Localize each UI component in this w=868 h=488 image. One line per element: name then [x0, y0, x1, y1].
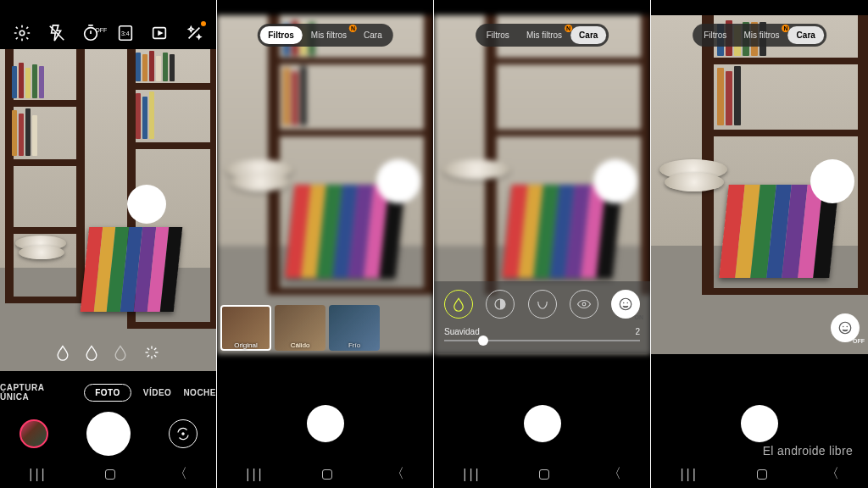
- drop-outline-icon[interactable]: [112, 344, 129, 361]
- svg-marker-13: [159, 31, 162, 35]
- shutter-button[interactable]: [86, 412, 131, 456]
- tab-mis-filtros[interactable]: Mis filtrosN: [518, 26, 570, 44]
- svg-line-3: [153, 355, 155, 357]
- svg-point-16: [582, 302, 586, 306]
- shutter-row: [434, 405, 650, 442]
- focus-indicator: [127, 185, 166, 224]
- slider-knob[interactable]: [478, 336, 488, 346]
- svg-point-19: [627, 302, 629, 304]
- camera-mode-strip[interactable]: CAPTURA ÚNICA FOTO VÍDEO NOCHE: [0, 383, 216, 402]
- camera-screen-face-adjust: Filtros Mis filtrosN Cara ON Suavidad 2: [434, 0, 651, 488]
- android-nav-bar: ||| 〈: [651, 465, 868, 483]
- nav-back[interactable]: 〈: [826, 465, 839, 483]
- drop-icon[interactable]: [83, 344, 100, 361]
- viewfinder: [0, 49, 216, 371]
- smoothness-icon[interactable]: [444, 290, 473, 319]
- filters-icon[interactable]: [141, 344, 163, 361]
- mode-single-take[interactable]: CAPTURA ÚNICA: [0, 383, 72, 402]
- nav-recents[interactable]: |||: [29, 467, 47, 482]
- tab-filtros[interactable]: Filtros: [478, 26, 518, 44]
- android-nav-bar: ||| 〈: [217, 465, 433, 483]
- android-nav-bar: ||| 〈: [434, 465, 650, 483]
- tab-cara[interactable]: Cara: [788, 26, 824, 44]
- filter-thumb-frio[interactable]: Frío: [329, 305, 380, 351]
- flash-off-icon[interactable]: [47, 24, 66, 42]
- tab-mis-filtros[interactable]: Mis filtrosN: [735, 26, 787, 44]
- smoothness-slider[interactable]: Suavidad 2: [444, 327, 640, 341]
- shutter-row: [651, 405, 868, 442]
- camera-screen-main: OFF 3:4 CAPTURA ÚNICA FOTO VÍDEO NOCHE |…: [0, 0, 217, 488]
- filter-tabs: Filtros Mis filtrosN Cara: [476, 24, 609, 47]
- svg-line-1: [153, 348, 155, 350]
- svg-point-22: [847, 326, 849, 328]
- nav-back[interactable]: 〈: [174, 465, 187, 483]
- face-adjust-panel: ON Suavidad 2: [434, 281, 650, 353]
- camera-screen-face-off: OFF Filtros Mis filtrosN Cara ||| 〈: [651, 0, 868, 488]
- tab-mis-filtros[interactable]: Mis filtrosN: [303, 26, 355, 44]
- filter-tabs: Filtros Mis filtrosN Cara: [257, 24, 392, 47]
- mode-night[interactable]: NOCHE: [183, 388, 216, 397]
- mode-photo[interactable]: FOTO: [84, 384, 131, 402]
- camera-top-toolbar: OFF 3:4: [0, 24, 216, 42]
- effect-icon-row: [54, 344, 163, 361]
- shutter-row: [217, 405, 433, 442]
- motion-photo-icon[interactable]: [150, 24, 169, 42]
- viewfinder: [217, 15, 433, 354]
- nav-back[interactable]: 〈: [391, 465, 404, 483]
- nav-home[interactable]: [322, 469, 332, 480]
- svg-line-7: [147, 348, 148, 350]
- filter-thumbnail-strip[interactable]: Original Cálido Frío: [217, 305, 433, 351]
- svg-point-20: [839, 322, 851, 334]
- nav-home[interactable]: [105, 469, 115, 480]
- tab-filtros[interactable]: Filtros: [259, 26, 303, 44]
- jawline-icon[interactable]: [528, 290, 557, 319]
- svg-point-14: [181, 433, 183, 435]
- filter-thumb-calido[interactable]: Cálido: [275, 305, 326, 351]
- nav-home[interactable]: [757, 469, 767, 480]
- slider-value: 2: [635, 327, 640, 336]
- face-effects-toggle-on[interactable]: ON: [611, 290, 640, 319]
- focus-indicator: [810, 159, 854, 203]
- svg-point-17: [620, 298, 632, 310]
- nav-recents[interactable]: |||: [680, 467, 698, 482]
- svg-point-8: [20, 30, 25, 36]
- settings-icon[interactable]: [13, 24, 31, 42]
- filter-thumb-original[interactable]: Original: [220, 305, 271, 351]
- viewfinder: OFF: [651, 15, 868, 354]
- tone-icon[interactable]: [486, 290, 515, 319]
- shutter-button[interactable]: [524, 405, 561, 442]
- skin-tone-icon[interactable]: [54, 344, 71, 361]
- switch-camera-button[interactable]: [169, 419, 198, 448]
- gallery-thumbnail[interactable]: [19, 419, 48, 448]
- nav-back[interactable]: 〈: [608, 465, 621, 483]
- focus-indicator: [376, 159, 420, 203]
- filter-tabs: Filtros Mis filtrosN Cara: [693, 24, 826, 47]
- focus-indicator: [593, 159, 637, 203]
- shutter-button[interactable]: [741, 405, 778, 442]
- slider-label: Suavidad: [444, 327, 480, 336]
- svg-point-18: [623, 302, 625, 304]
- android-nav-bar: ||| 〈: [0, 465, 216, 483]
- camera-screen-filters: Filtros Mis filtrosN Cara Original Cálid…: [217, 0, 434, 488]
- magic-wand-icon[interactable]: [185, 24, 203, 42]
- mode-video[interactable]: VÍDEO: [143, 388, 172, 397]
- shutter-row: [0, 412, 216, 456]
- nav-recents[interactable]: |||: [463, 467, 481, 482]
- aspect-ratio-icon[interactable]: 3:4: [116, 24, 135, 42]
- face-effects-toggle-off[interactable]: OFF: [831, 313, 860, 342]
- nav-home[interactable]: [539, 469, 549, 480]
- tab-cara[interactable]: Cara: [570, 26, 606, 44]
- timer-off-icon[interactable]: OFF: [81, 24, 100, 42]
- tab-filtros[interactable]: Filtros: [695, 26, 735, 44]
- tab-cara[interactable]: Cara: [355, 26, 391, 44]
- svg-point-21: [843, 326, 844, 328]
- svg-line-5: [147, 355, 148, 357]
- shutter-button[interactable]: [307, 405, 344, 442]
- nav-recents[interactable]: |||: [246, 467, 264, 482]
- eyes-icon[interactable]: [570, 290, 598, 319]
